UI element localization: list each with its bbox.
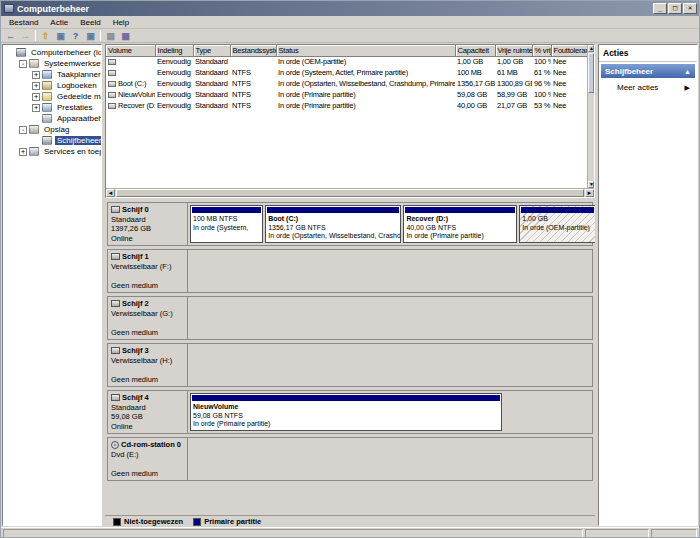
expand-plus-icon[interactable]: +: [32, 82, 40, 90]
disk-tool-icon[interactable]: ▦: [119, 30, 132, 42]
partition-state-line: In orde (Opstarten, Wisselbestand, Crash…: [268, 232, 398, 241]
table-row[interactable]: Recover (D:)EenvoudigStandaardNTFSIn ord…: [106, 100, 587, 111]
tree-item-opslag[interactable]: -Opslag: [3, 124, 101, 135]
table-row[interactable]: NieuwVolumeEenvoudigStandaardNTFSIn orde…: [106, 89, 587, 100]
volume-name: Recover (D:): [118, 101, 155, 110]
disk-info-line: [111, 365, 184, 375]
table-row[interactable]: EenvoudigStandaardIn orde (OEM-partitie)…: [106, 56, 587, 67]
partition-boot-c[interactable]: Boot (C:)1356,17 GB NTFSIn orde (Opstart…: [265, 205, 401, 243]
column-header-vrije-ruimte[interactable]: Vrije ruimte: [495, 45, 532, 56]
tree-item-systeemwerkset[interactable]: -Systeemwerkset: [3, 58, 101, 69]
collapse-minus-icon[interactable]: -: [19, 60, 27, 68]
tree-item-services-en-toepassingen[interactable]: +Services en toepassingen: [3, 146, 101, 157]
tree-item-gedeelde-mappen[interactable]: +Gedeelde mappen: [3, 91, 101, 102]
column-header-indeling[interactable]: Indeling: [155, 45, 193, 56]
close-button[interactable]: ×: [683, 3, 697, 14]
cell-pct-vrij: 100 %: [532, 56, 551, 67]
tree-item-computerbeheer-lokaal[interactable]: Computerbeheer (lokaal): [3, 47, 101, 58]
title-bar[interactable]: Computerbeheer _□×: [1, 1, 699, 16]
properties-window-icon[interactable]: ▣: [84, 30, 97, 42]
disk-label-schijf-4[interactable]: Schijf 4Standaard59,08 GBOnline: [108, 391, 188, 433]
disk-info-line: Verwisselbaar (F:): [111, 262, 184, 272]
forward-icon[interactable]: →: [19, 30, 32, 42]
tree-item-logboeken[interactable]: +Logboeken: [3, 80, 101, 91]
disk-label-schijf-0[interactable]: Schijf 0Standaard1397,26 GBOnline: [108, 203, 188, 245]
disk-name: Schijf 1: [111, 252, 184, 262]
tree-item-label: Gedeelde mappen: [55, 92, 102, 101]
table-row[interactable]: EenvoudigStandaardNTFSIn orde (Systeem, …: [106, 67, 587, 78]
disk-label-cd-rom-station-0[interactable]: Cd-rom-station 0Dvd (E:) Geen medium: [108, 438, 188, 480]
table-row[interactable]: Boot (C:)EenvoudigStandaardNTFSIn orde (…: [106, 78, 587, 89]
tree-item-taakplanner[interactable]: +Taakplanner: [3, 69, 101, 80]
actions-section-header[interactable]: Schijfbeheer ▲: [601, 64, 695, 78]
console-window-icon[interactable]: ▣: [54, 30, 67, 42]
disk-info-line: Online: [111, 422, 184, 432]
vertical-scroll-thumb[interactable]: [588, 53, 594, 93]
partition-status-bar: [192, 395, 500, 401]
partition-title: Recover (D:): [406, 215, 514, 224]
scroll-right-icon[interactable]: ►: [585, 189, 594, 197]
partition-1-00-gb[interactable]: 1,00 GBIn orde (OEM-partitie): [519, 205, 595, 243]
toolbar-separator: [100, 30, 101, 41]
back-icon[interactable]: ←: [4, 30, 17, 42]
disk-label-schijf-2[interactable]: Schijf 2Verwisselbaar (G:) Geen medium: [108, 297, 188, 339]
column-header-type[interactable]: Type: [193, 45, 230, 56]
more-actions-item[interactable]: Meer acties ▶: [599, 78, 697, 92]
minimize-button[interactable]: _: [653, 3, 667, 14]
scroll-left-icon[interactable]: ◄: [106, 189, 115, 197]
collapse-chevron-icon[interactable]: ▲: [684, 68, 691, 75]
column-header-volume[interactable]: Volume: [106, 45, 155, 56]
column-header-status[interactable]: Status: [276, 45, 455, 56]
show-console-tree-icon[interactable]: ⇧: [39, 30, 52, 42]
disk-info-line: Geen medium: [111, 375, 184, 385]
partition-nieuwvolume[interactable]: NieuwVolume59,08 GB NTFSIn orde (Primair…: [190, 393, 502, 431]
menu-beeld[interactable]: Beeld: [74, 17, 106, 28]
menu-bestand[interactable]: Bestand: [3, 17, 44, 28]
tree-item-label: Opslag: [42, 125, 71, 134]
cell-type: Standaard: [193, 89, 230, 100]
volume-table-header[interactable]: VolumeIndelingTypeBestandssysteemStatusC…: [106, 45, 587, 56]
main-content: Computerbeheer (lokaal)-Systeemwerkset+T…: [1, 43, 699, 527]
disk-info-line: Online: [111, 234, 184, 244]
tree-item-schijfbeheer[interactable]: Schijfbeheer: [3, 135, 101, 146]
cell-volume: Recover (D:): [106, 100, 155, 111]
column-header-capaciteit[interactable]: Capaciteit: [455, 45, 495, 56]
system-tools-icon: [29, 59, 39, 68]
removable-icon: [111, 253, 120, 260]
horizontal-scroll-thumb[interactable]: [116, 189, 584, 197]
cell-vrije-ruimte: 21,07 GB: [495, 100, 532, 111]
cell-pct-vrij: 61 %: [532, 67, 551, 78]
disk-label-schijf-1[interactable]: Schijf 1Verwisselbaar (F:) Geen medium: [108, 250, 188, 292]
tree-item-apparaatbeheer[interactable]: Apparaatbeheer: [3, 113, 101, 124]
status-section-2: [651, 529, 697, 538]
tool-bar: ←→⇧▣?▣▤▦: [1, 29, 699, 43]
volume-list-horizontal-scrollbar[interactable]: ◄ ►: [106, 188, 594, 197]
collapse-minus-icon[interactable]: -: [19, 126, 27, 134]
expand-plus-icon[interactable]: +: [32, 71, 40, 79]
cell-type: Standaard: [193, 56, 230, 67]
scroll-up-icon[interactable]: ▲: [588, 45, 594, 52]
tree-item-prestaties[interactable]: +Prestaties: [3, 102, 101, 113]
column-header-bestandssysteem[interactable]: Bestandssysteem: [230, 45, 276, 56]
restore-button[interactable]: □: [668, 3, 682, 14]
menu-actie[interactable]: Actie: [44, 17, 74, 28]
tree-item-label: Prestaties: [55, 103, 95, 112]
menu-help[interactable]: Help: [107, 17, 135, 28]
expand-plus-icon[interactable]: +: [32, 104, 40, 112]
partition-100-mb-ntfs[interactable]: 100 MB NTFSIn orde (Systeem,: [190, 205, 263, 243]
help-icon[interactable]: ?: [69, 30, 82, 42]
task-scheduler-icon: [42, 70, 52, 79]
volume-list-vertical-scrollbar[interactable]: ▲ ▼: [587, 45, 594, 188]
partition-recover-d[interactable]: Recover (D:)40,00 GB NTFSIn orde (Primai…: [403, 205, 517, 243]
volume-table-body: EenvoudigStandaardIn orde (OEM-partitie)…: [106, 56, 587, 111]
legend-label: Primaire partitie: [204, 517, 261, 526]
disk-label-schijf-3[interactable]: Schijf 3Verwisselbaar (H:) Geen medium: [108, 344, 188, 386]
partition-text: Boot (C:)1356,17 GB NTFSIn orde (Opstart…: [266, 214, 400, 242]
expand-plus-icon[interactable]: +: [19, 148, 27, 156]
expand-plus-icon[interactable]: +: [32, 93, 40, 101]
refresh-document-icon[interactable]: ▤: [104, 30, 117, 42]
column-header--vrij[interactable]: % vrij: [532, 45, 551, 56]
center-pane: VolumeIndelingTypeBestandssysteemStatusC…: [105, 43, 595, 527]
scroll-down-icon[interactable]: ▼: [588, 181, 594, 188]
column-header-fouttolerantie[interactable]: Fouttolerantie: [551, 45, 587, 56]
